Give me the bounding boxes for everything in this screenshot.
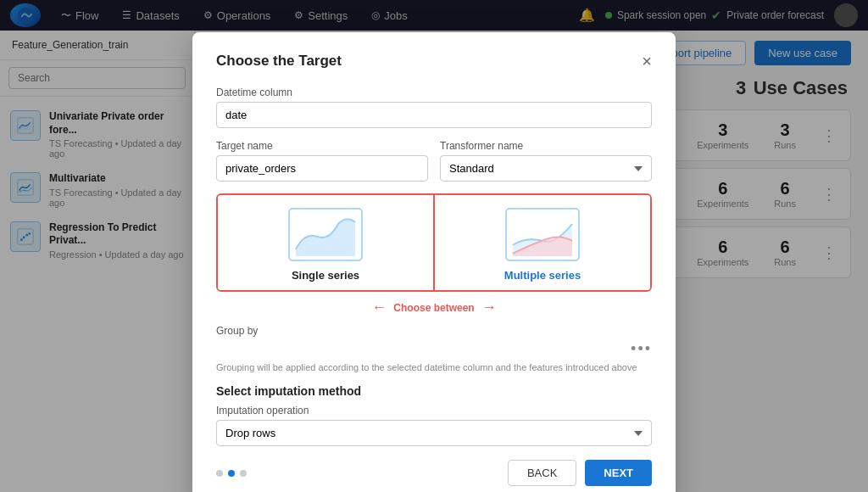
target-name-group: Target name — [216, 140, 428, 182]
datetime-input[interactable] — [216, 102, 652, 128]
imputation-title: Select imputation method — [216, 384, 652, 398]
imputation-section: Select imputation method Imputation oper… — [216, 384, 652, 446]
target-label: Target name — [216, 140, 428, 152]
target-name-input[interactable] — [216, 155, 428, 182]
group-by-hint: Grouping will be applied according to th… — [216, 361, 652, 374]
modal-footer: BACK NEXT — [216, 460, 652, 486]
series-selector: Single series Multiple series — [216, 193, 652, 292]
pagination-dots — [216, 470, 247, 477]
datetime-field-group: Datetime column — [216, 87, 652, 128]
group-by-dots: ••• — [216, 340, 652, 358]
transformer-select[interactable]: Standard MinMax None — [440, 155, 652, 182]
group-by-label: Group by — [216, 325, 652, 337]
group-by-section: Group by ••• Grouping will be applied ac… — [216, 325, 652, 374]
imputation-op-group: Imputation operation Drop rows Forward f… — [216, 405, 652, 446]
back-button[interactable]: BACK — [508, 460, 576, 486]
choose-target-modal: Choose the Target × Datetime column Targ… — [192, 32, 676, 492]
dot-1 — [216, 470, 223, 477]
multiple-series-label: Multiple series — [504, 269, 581, 282]
dot-2 — [228, 470, 235, 477]
next-button[interactable]: NEXT — [585, 460, 652, 486]
transformer-label: Transformer name — [440, 140, 652, 152]
multiple-series-option[interactable]: Multiple series — [435, 195, 650, 290]
imputation-op-label: Imputation operation — [216, 405, 652, 417]
modal-header: Choose the Target × — [216, 53, 652, 70]
transformer-group: Transformer name Standard MinMax None — [440, 140, 652, 182]
footer-buttons: BACK NEXT — [508, 460, 652, 486]
datetime-label: Datetime column — [216, 87, 652, 98]
choose-between-hint: ← Choose between → — [216, 299, 652, 316]
modal-title: Choose the Target — [216, 53, 342, 70]
dot-3 — [240, 470, 247, 477]
arrow-right-icon: → — [481, 299, 497, 316]
imputation-op-select[interactable]: Drop rows Forward fill Backward fill Mea… — [216, 420, 652, 446]
single-series-label: Single series — [292, 269, 359, 282]
close-button[interactable]: × — [642, 53, 652, 70]
arrow-left-icon: ← — [371, 299, 387, 316]
single-series-option[interactable]: Single series — [218, 195, 435, 290]
target-transformer-row: Target name Transformer name Standard Mi… — [216, 140, 652, 182]
